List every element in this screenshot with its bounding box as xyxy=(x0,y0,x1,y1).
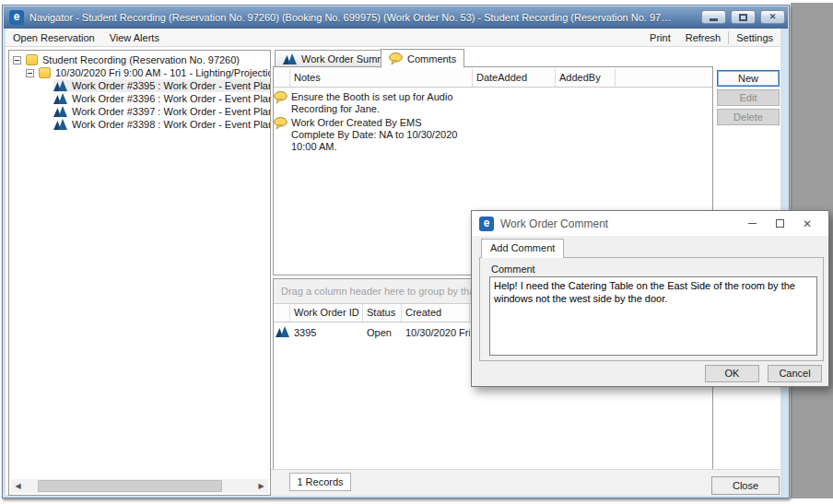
edit-button[interactable]: Edit xyxy=(717,89,780,106)
scroll-left-icon[interactable]: ◀ xyxy=(11,479,25,493)
maximize-icon xyxy=(776,219,784,228)
menu-print[interactable]: Print xyxy=(650,32,671,43)
icon-column-header[interactable] xyxy=(274,304,290,322)
column-header-work-order-id[interactable]: Work Order ID xyxy=(290,304,363,322)
column-header-created[interactable]: Created xyxy=(402,304,470,322)
close-icon: ✕ xyxy=(769,13,777,21)
dialog-title: Work Order Comment xyxy=(500,217,738,230)
dialog-minimize-button[interactable] xyxy=(738,214,766,234)
menu-separator xyxy=(728,31,729,44)
reservation-note-icon xyxy=(26,54,38,65)
menu-view-alerts[interactable]: View Alerts xyxy=(110,32,159,43)
window-title: Navigator - Student Recording (Reservati… xyxy=(29,12,675,23)
work-order-row[interactable]: 3395 Open 10/30/2020 Fri 1 xyxy=(274,324,479,340)
tree-node-label: Work Order #3395 : Work Order - Event Pl… xyxy=(72,80,271,91)
minimize-icon xyxy=(710,18,718,21)
tree-node-label: 10/30/2020 Fri 9:00 AM - 101 - Lighting/… xyxy=(55,67,271,78)
comment-balloon-icon xyxy=(274,117,287,130)
tree-node-label: Work Order #3396 : Work Order - Event Pl… xyxy=(72,93,271,104)
work-order-comment-dialog: e Work Order Comment ✕ Add Comment Comme… xyxy=(471,210,829,387)
tree-node-work-order-3397[interactable]: Work Order #3397 : Work Order - Event Pl… xyxy=(53,105,271,118)
tree-node-reservation[interactable]: Student Recording (Reservation No. 97260… xyxy=(13,53,240,66)
collapse-icon[interactable] xyxy=(26,69,34,77)
work-order-icon xyxy=(53,80,67,91)
comment-label: Comment xyxy=(491,264,535,275)
maximize-button[interactable] xyxy=(731,10,756,24)
close-window-button[interactable]: Close xyxy=(711,476,780,495)
scrollbar-thumb[interactable] xyxy=(38,480,222,492)
cell-created: 10/30/2020 Fri xyxy=(402,327,470,338)
tree-node-work-order-3396[interactable]: Work Order #3396 : Work Order - Event Pl… xyxy=(53,92,271,105)
tree-horizontal-scrollbar[interactable]: ◀ ▶ xyxy=(11,479,268,493)
dialog-close-button[interactable]: ✕ xyxy=(793,214,821,234)
work-order-summary-icon xyxy=(283,53,297,64)
column-header-status[interactable]: Status xyxy=(363,304,402,322)
ok-button[interactable]: OK xyxy=(705,365,759,382)
new-button[interactable]: New xyxy=(717,70,780,87)
title-bar[interactable]: e Navigator - Student Recording (Reserva… xyxy=(4,6,788,29)
minimize-icon xyxy=(748,223,757,224)
add-comment-panel: Comment Help! I need the Catering Table … xyxy=(479,257,824,361)
tab-comments[interactable]: Comments xyxy=(381,49,464,68)
booking-note-icon xyxy=(39,67,51,78)
menu-settings[interactable]: Settings xyxy=(736,32,773,43)
icon-column-header[interactable] xyxy=(274,69,290,87)
dialog-maximize-button[interactable] xyxy=(766,214,793,234)
tree-node-work-order-3398[interactable]: Work Order #3398 : Work Order - Event Pl… xyxy=(53,118,271,131)
menu-bar: Open Reservation View Alerts Print Refre… xyxy=(6,29,780,47)
menu-refresh[interactable]: Refresh xyxy=(686,32,722,43)
tree-node-label: Student Recording (Reservation No. 97260… xyxy=(42,54,240,65)
cell-status: Open xyxy=(363,327,402,338)
comment-notes-text: Ensure the Booth is set up for Audio Rec… xyxy=(291,91,472,115)
work-order-icon xyxy=(53,119,67,130)
navigator-tree-panel: Student Recording (Reservation No. 97260… xyxy=(8,50,271,496)
column-header-dateadded[interactable]: DateAdded xyxy=(473,69,556,87)
comment-textarea[interactable]: Help! I need the Catering Table on the E… xyxy=(489,276,817,356)
ems-logo-icon: e xyxy=(479,217,494,231)
ems-logo-icon: e xyxy=(9,10,24,25)
cancel-button[interactable]: Cancel xyxy=(768,365,822,382)
comment-row[interactable]: Work Order Created By EMS Complete By Da… xyxy=(274,117,472,153)
tree-node-label: Work Order #3398 : Work Order - Event Pl… xyxy=(72,119,271,130)
work-order-icon xyxy=(276,326,289,337)
comment-balloon-icon xyxy=(274,91,287,104)
dialog-title-bar[interactable]: e Work Order Comment ✕ xyxy=(472,211,828,236)
tree-node-label: Work Order #3397 : Work Order - Event Pl… xyxy=(72,106,271,117)
close-icon: ✕ xyxy=(803,218,812,229)
comment-row[interactable]: Ensure the Booth is set up for Audio Rec… xyxy=(274,91,472,115)
cell-work-order-id: 3395 xyxy=(290,327,363,338)
tree-node-work-order-3395[interactable]: Work Order #3395 : Work Order - Event Pl… xyxy=(53,79,270,92)
minimize-button[interactable] xyxy=(701,10,726,24)
comment-balloon-icon xyxy=(389,53,403,65)
comment-notes-text: Work Order Created By EMS Complete By Da… xyxy=(291,117,472,153)
work-order-icon xyxy=(53,106,67,117)
tab-add-comment[interactable]: Add Comment xyxy=(481,239,564,258)
maximize-icon xyxy=(739,14,747,21)
collapse-icon[interactable] xyxy=(13,56,21,64)
delete-button[interactable]: Delete xyxy=(717,109,780,125)
work-order-icon xyxy=(53,93,67,104)
tree-node-booking[interactable]: 10/30/2020 Fri 9:00 AM - 101 - Lighting/… xyxy=(26,66,271,79)
close-button[interactable]: ✕ xyxy=(760,10,785,24)
comments-grid-header: Notes DateAdded AddedBy xyxy=(274,69,712,88)
records-count: 1 Records xyxy=(289,473,351,491)
column-header-notes[interactable]: Notes xyxy=(290,69,473,87)
menu-open-reservation[interactable]: Open Reservation xyxy=(13,32,95,43)
column-header-addedby[interactable]: AddedBy xyxy=(556,69,616,87)
tab-label: Comments xyxy=(407,53,456,64)
scroll-right-icon[interactable]: ▶ xyxy=(254,479,268,493)
